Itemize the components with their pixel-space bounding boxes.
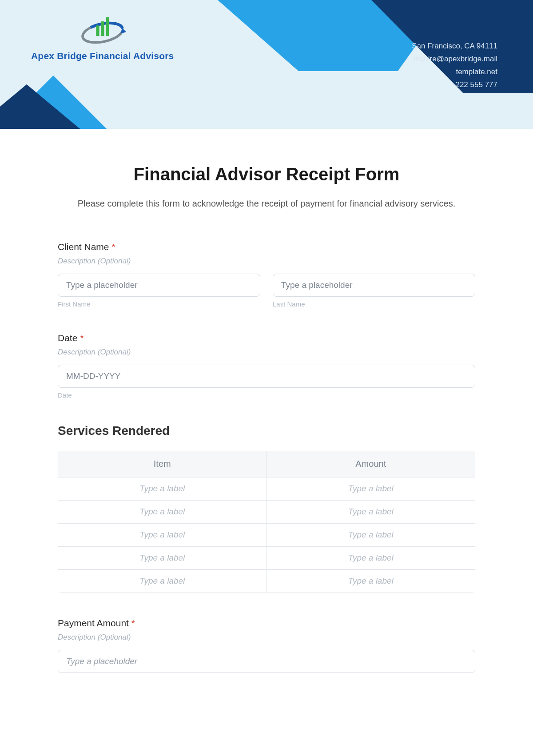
table-row [58, 501, 475, 524]
contact-phone: 222 555 777 [412, 79, 497, 92]
payment-sublabel: Description (Optional) [58, 633, 475, 642]
service-amount-input[interactable] [267, 524, 475, 546]
last-name-hint: Last Name [273, 300, 475, 308]
table-row [58, 524, 475, 547]
payment-label: Payment Amount * [58, 618, 475, 629]
svg-rect-2 [96, 25, 99, 36]
contact-email: inquire@apexbridge.mail [412, 53, 497, 66]
first-name-hint: First Name [58, 300, 260, 308]
required-mark: * [80, 333, 84, 343]
service-item-input[interactable] [58, 570, 266, 593]
last-name-input[interactable] [273, 274, 475, 297]
service-item-input[interactable] [58, 547, 266, 569]
services-table: Item Amount [58, 450, 475, 593]
svg-rect-3 [101, 21, 104, 36]
required-mark: * [131, 618, 135, 628]
logo-block: Apex Bridge Financial Advisors [31, 12, 174, 61]
payment-label-text: Payment Amount [58, 618, 129, 628]
client-name-label-text: Client Name [58, 242, 109, 252]
form-body: Financial Advisor Receipt Form Please co… [0, 129, 533, 716]
company-name: Apex Bridge Financial Advisors [31, 51, 174, 61]
contact-address: San Francisco, CA 94111 [412, 40, 497, 53]
date-hint: Date [58, 391, 475, 399]
client-name-sublabel: Description (Optional) [58, 257, 475, 266]
svg-rect-4 [106, 17, 109, 36]
table-row [58, 570, 475, 593]
logo-icon [78, 12, 127, 48]
service-amount-input[interactable] [267, 477, 475, 500]
service-amount-input[interactable] [267, 501, 475, 523]
contact-info: San Francisco, CA 94111 inquire@apexbrid… [412, 40, 497, 92]
form-title: Financial Advisor Receipt Form [58, 164, 475, 184]
header-banner: Apex Bridge Financial Advisors San Franc… [0, 0, 533, 129]
service-amount-input[interactable] [267, 547, 475, 569]
service-amount-input[interactable] [267, 570, 475, 593]
date-label-text: Date [58, 333, 77, 343]
form-description: Please complete this form to acknowledge… [71, 197, 462, 211]
payment-input[interactable] [58, 650, 475, 673]
date-sublabel: Description (Optional) [58, 348, 475, 357]
service-item-input[interactable] [58, 501, 266, 523]
field-payment-amount: Payment Amount * Description (Optional) [58, 618, 475, 673]
contact-website: template.net [412, 66, 497, 79]
service-item-input[interactable] [58, 524, 266, 546]
client-name-label: Client Name * [58, 242, 475, 252]
col-item: Item [58, 451, 267, 477]
services-title: Services Rendered [58, 424, 475, 438]
table-row [58, 547, 475, 570]
table-row [58, 477, 475, 501]
col-amount: Amount [266, 451, 475, 477]
first-name-input[interactable] [58, 274, 260, 297]
required-mark: * [111, 242, 115, 252]
service-item-input[interactable] [58, 477, 266, 500]
date-input[interactable] [58, 365, 475, 388]
field-client-name: Client Name * Description (Optional) Fir… [58, 242, 475, 308]
date-label: Date * [58, 333, 475, 343]
field-date: Date * Description (Optional) Date [58, 333, 475, 399]
